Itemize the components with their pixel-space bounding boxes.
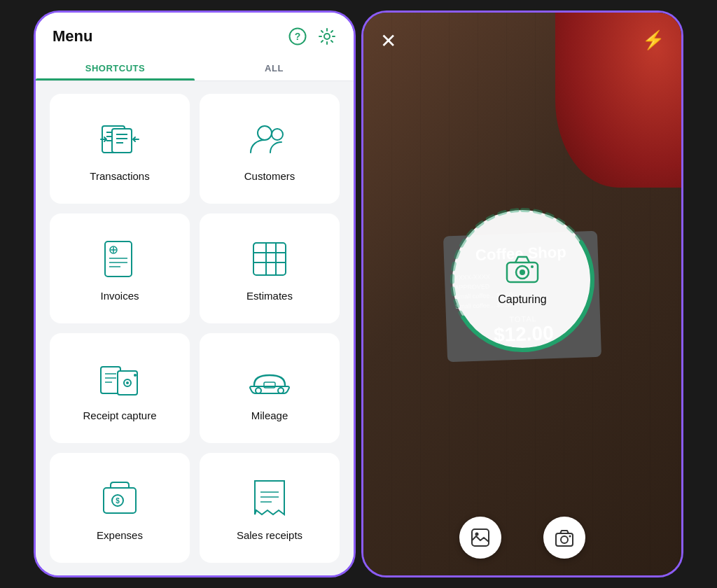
svg-point-53 bbox=[569, 536, 571, 538]
close-button[interactable]: ✕ bbox=[380, 29, 396, 52]
svg-point-2 bbox=[324, 34, 330, 39]
settings-icon[interactable] bbox=[317, 27, 337, 46]
menu-title: Menu bbox=[53, 27, 92, 46]
menu-item-expenses[interactable]: $ Expenses bbox=[50, 453, 190, 563]
svg-text:?: ? bbox=[295, 31, 301, 42]
receipt-capture-label: Receipt capture bbox=[83, 410, 156, 421]
menu-item-mileage[interactable]: Mileage bbox=[200, 333, 340, 443]
menu-header: Menu ? bbox=[36, 13, 354, 55]
menu-item-invoices[interactable]: Invoices bbox=[50, 214, 190, 323]
capture-button[interactable] bbox=[543, 517, 585, 559]
estimates-label: Estimates bbox=[246, 290, 293, 302]
tab-all[interactable]: ALL bbox=[195, 55, 354, 80]
capturing-progress-ring bbox=[447, 204, 598, 356]
expenses-icon: $ bbox=[99, 477, 141, 519]
gallery-button[interactable] bbox=[459, 517, 501, 559]
menu-item-estimates[interactable]: Estimates bbox=[200, 214, 340, 323]
svg-point-52 bbox=[561, 536, 568, 543]
right-screen: ✕ ⚡ Coffee Shop XXXX-XXXXAPPROVEDSmall c… bbox=[361, 10, 683, 578]
menu-grid: Transactions Customers bbox=[36, 81, 354, 575]
transactions-label: Transactions bbox=[90, 170, 149, 182]
expenses-label: Expenses bbox=[97, 529, 143, 541]
header-icons: ? bbox=[288, 27, 337, 46]
help-icon[interactable]: ? bbox=[288, 27, 307, 46]
menu-item-receipt-capture[interactable]: Receipt capture bbox=[50, 333, 190, 443]
menu-item-customers[interactable]: Customers bbox=[200, 94, 340, 204]
svg-point-32 bbox=[134, 374, 137, 377]
sales-receipts-label: Sales receipts bbox=[237, 529, 302, 541]
estimates-icon bbox=[249, 238, 291, 280]
mileage-label: Mileage bbox=[251, 410, 288, 421]
svg-point-34 bbox=[278, 388, 284, 393]
customers-label: Customers bbox=[244, 170, 295, 182]
svg-text:$: $ bbox=[116, 497, 120, 505]
svg-point-12 bbox=[272, 129, 283, 140]
capturing-overlay: Capturing bbox=[452, 210, 592, 350]
receipt-capture-icon bbox=[99, 358, 141, 400]
left-screen: Menu ? SHORTCUTS ALL bbox=[34, 10, 356, 578]
camera-bottom-bar bbox=[363, 517, 681, 559]
menu-item-transactions[interactable]: Transactions bbox=[50, 94, 190, 204]
svg-rect-13 bbox=[105, 241, 132, 276]
mileage-icon bbox=[249, 358, 291, 400]
svg-point-31 bbox=[126, 382, 129, 384]
screens-container: Menu ? SHORTCUTS ALL bbox=[0, 0, 717, 588]
transactions-icon bbox=[99, 118, 141, 160]
flash-button[interactable]: ⚡ bbox=[642, 29, 664, 51]
tabs-bar: SHORTCUTS ALL bbox=[36, 55, 354, 81]
svg-point-11 bbox=[258, 126, 272, 140]
tab-shortcuts[interactable]: SHORTCUTS bbox=[36, 55, 195, 80]
invoices-icon bbox=[99, 238, 141, 280]
svg-point-33 bbox=[256, 388, 261, 393]
menu-item-sales-receipts[interactable]: Sales receipts bbox=[200, 453, 340, 563]
invoices-label: Invoices bbox=[100, 290, 139, 302]
customers-icon bbox=[249, 118, 291, 160]
sales-receipts-icon bbox=[249, 477, 291, 519]
svg-rect-37 bbox=[104, 488, 136, 513]
svg-point-50 bbox=[475, 533, 479, 536]
svg-rect-20 bbox=[253, 243, 286, 275]
svg-rect-7 bbox=[112, 129, 132, 153]
